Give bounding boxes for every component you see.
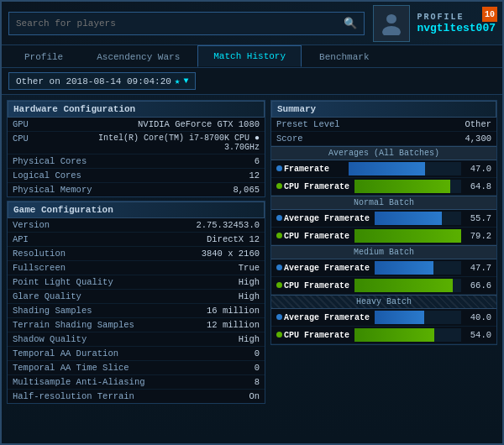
bar-fill <box>375 311 424 324</box>
metric-row: CPU Framerate 79.2 <box>271 228 496 245</box>
bar-fill <box>354 229 461 243</box>
game-config-value: True <box>239 263 260 273</box>
logical-cores-label: Logical Cores <box>13 170 81 181</box>
left-panel: Hardware Configuration GPU NVIDIA GeForc… <box>7 100 265 439</box>
date-button[interactable]: Other on 2018-08-14 09:04:20 ★ ▼ <box>8 72 196 90</box>
metric-row: CPU Framerate 64.8 <box>271 178 496 196</box>
game-config-row: Version2.75.32453.0 <box>8 218 265 233</box>
metric-bar <box>354 328 461 342</box>
metric-dot <box>276 215 282 221</box>
game-config-row: FullscreenTrue <box>8 261 265 275</box>
summary-section: Summary Preset Level Other Score 4,300 A… <box>270 100 497 345</box>
game-config-label: Multisample Anti-Aliasing <box>13 377 145 387</box>
metric-bar <box>349 162 461 175</box>
game-config-label: Terrain Shading Samples <box>13 320 134 330</box>
game-config-value: High <box>239 291 260 301</box>
metric-label: Average Framerate <box>276 214 370 223</box>
gpu-row: GPU NVIDIA GeForce GTX 1080 <box>8 118 265 132</box>
cpu-row: CPU Intel(R) Core(TM) i7-8700K CPU ● 3.7… <box>8 132 265 154</box>
game-config-value: 12 million <box>207 320 260 330</box>
game-config-label: Point Light Quality <box>13 277 113 287</box>
profile-section: PROFILE nvgtltest007 <box>373 5 496 42</box>
metric-dot <box>276 314 282 320</box>
tab-profile[interactable]: Profile <box>8 45 79 67</box>
game-config-value: High <box>239 334 260 344</box>
metric-bar <box>375 311 461 324</box>
game-config-row: Shadow QualityHigh <box>8 332 265 347</box>
logical-cores-value: 12 <box>249 170 260 181</box>
hardware-section: Hardware Configuration GPU NVIDIA GeForc… <box>7 100 265 197</box>
metric-dot <box>276 233 282 238</box>
tab-ascendency[interactable]: Ascendency Wars <box>81 45 196 67</box>
game-config-value: 0 <box>255 348 260 359</box>
physical-cores-value: 6 <box>255 156 260 166</box>
summary-header: Summary <box>271 101 496 118</box>
preset-label: Preset Level <box>276 119 340 129</box>
metric-row: Average Framerate 55.7 <box>271 210 496 228</box>
game-config-label: Half-resolution Terrain <box>13 391 134 401</box>
game-config-label: Glare Quality <box>13 291 81 301</box>
physical-cores-row: Physical Cores 6 <box>8 154 265 169</box>
hardware-header: Hardware Configuration <box>8 101 265 118</box>
game-config-row: Terrain Shading Samples12 million <box>8 318 265 332</box>
metric-dot <box>276 183 282 189</box>
metric-label: Average Framerate <box>276 264 370 273</box>
tab-match-history[interactable]: Match History <box>197 45 302 67</box>
game-config-row: Resolution3840 x 2160 <box>8 247 265 261</box>
metric-row: CPU Framerate 66.6 <box>271 277 496 295</box>
bar-fill <box>354 180 450 193</box>
metric-label: CPU Framerate <box>276 182 349 191</box>
physical-cores-label: Physical Cores <box>13 156 87 166</box>
bar-fill <box>375 212 442 225</box>
preset-row: Preset Level Other <box>271 118 496 132</box>
score-label: Score <box>276 134 303 144</box>
header: 🔍 PROFILE nvgtltest007 10 <box>2 2 502 45</box>
game-config-value: On <box>249 391 260 401</box>
metric-row: Framerate 47.0 <box>271 160 496 178</box>
game-config-label: Temporal AA Time Slice <box>13 363 129 373</box>
search-input[interactable] <box>16 18 339 29</box>
metric-value: 47.0 <box>466 164 491 174</box>
search-icon: 🔍 <box>344 17 357 30</box>
game-config-row: Point Light QualityHigh <box>8 275 265 290</box>
game-config-row: Temporal AA Duration0 <box>8 347 265 361</box>
game-config-row: Multisample Anti-Aliasing8 <box>8 375 265 390</box>
batch-header: Normal Batch <box>271 196 496 210</box>
logical-cores-row: Logical Cores 12 <box>8 169 265 183</box>
date-label: Other on 2018-08-14 09:04:20 <box>16 76 171 86</box>
game-config-label: Resolution <box>13 249 66 259</box>
game-config-label: Shadow Quality <box>13 334 87 344</box>
score-value: 4,300 <box>465 134 491 144</box>
physical-memory-label: Physical Memory <box>13 185 92 195</box>
metric-bar <box>354 229 461 243</box>
game-config-header: Game Configuration <box>8 202 265 218</box>
profile-badge: 10 <box>482 7 497 22</box>
metric-row: CPU Framerate 54.0 <box>271 327 496 344</box>
game-config-row: Half-resolution TerrainOn <box>8 390 265 403</box>
metric-label: Average Framerate <box>276 313 370 322</box>
metric-dot <box>276 282 282 288</box>
main-content: Hardware Configuration GPU NVIDIA GeForc… <box>2 95 502 444</box>
bar-fill <box>349 162 425 175</box>
metric-dot <box>276 165 282 171</box>
bar-fill <box>354 279 453 292</box>
gpu-label: GPU <box>13 119 29 129</box>
nav-tabs: Profile Ascendency Wars Match History Be… <box>2 45 502 68</box>
metric-value: 40.0 <box>466 312 491 322</box>
metric-label: CPU Framerate <box>276 331 349 340</box>
game-config-row: Temporal AA Time Slice0 <box>8 361 265 375</box>
physical-memory-row: Physical Memory 8,065 <box>8 183 265 196</box>
tab-benchmark[interactable]: Benchmark <box>303 45 385 67</box>
search-container[interactable]: 🔍 <box>8 12 365 35</box>
game-config-value: 8 <box>255 377 260 387</box>
metric-label: Framerate <box>276 165 344 174</box>
game-config-row: APIDirectX 12 <box>8 233 265 247</box>
game-config-section: Game Configuration Version2.75.32453.0AP… <box>7 201 265 404</box>
metric-dot <box>276 332 282 338</box>
game-config-row: Shading Samples16 million <box>8 304 265 318</box>
date-arrow-icon: ▼ <box>183 76 188 86</box>
metric-bar <box>375 212 461 225</box>
score-row: Score 4,300 <box>271 132 496 146</box>
game-config-value: High <box>239 277 260 287</box>
bar-fill <box>375 261 433 275</box>
